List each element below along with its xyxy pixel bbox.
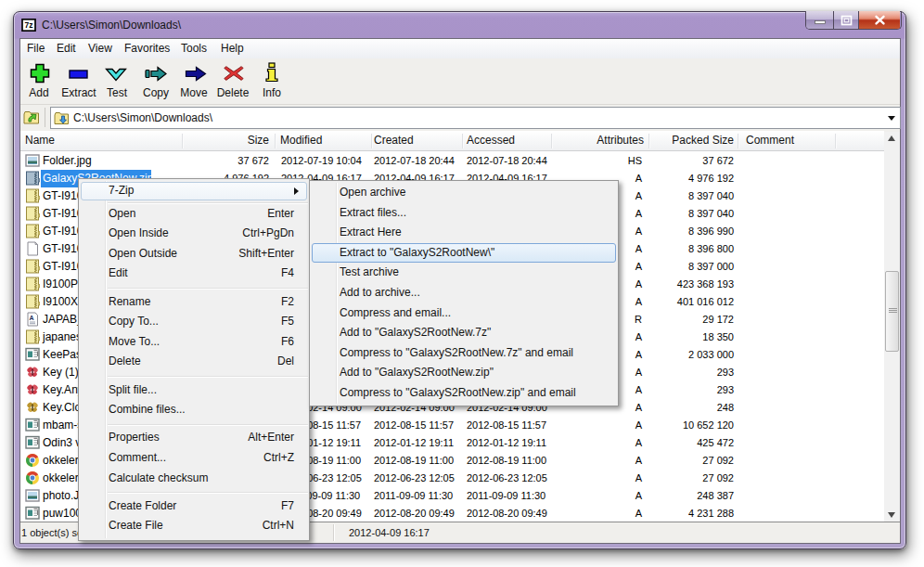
svg-text:A: A bbox=[29, 315, 33, 321]
svg-text:7z: 7z bbox=[25, 20, 33, 30]
